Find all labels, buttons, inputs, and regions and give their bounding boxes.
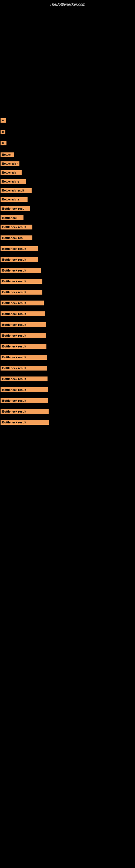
result-item-16: Bottleneck result: [1, 267, 135, 274]
result-label-19: Bottleneck result: [1, 301, 44, 305]
result-item-14: Bottleneck result: [1, 245, 135, 252]
result-item-1: B: [1, 117, 135, 124]
result-item-30: Bottleneck result: [1, 419, 135, 426]
result-label-4: Bottlen: [1, 152, 14, 157]
result-item-21: Bottleneck result: [1, 321, 135, 328]
result-item-13: Bottleneck res: [1, 235, 135, 241]
result-label-9: Bottleneck re: [1, 197, 28, 202]
result-item-17: Bottleneck result: [1, 278, 135, 285]
result-item-20: Bottleneck result: [1, 310, 135, 317]
result-item-25: Bottleneck result: [1, 365, 135, 372]
result-label-24: Bottleneck result: [1, 355, 47, 360]
result-label-17: Bottleneck result: [1, 279, 42, 284]
result-item-7: Bottleneck re: [1, 178, 135, 185]
result-item-12: Bottleneck result: [1, 223, 135, 230]
result-item-15: Bottleneck result: [1, 256, 135, 263]
result-item-27: Bottleneck result: [1, 386, 135, 393]
result-item-5: Bottleneck r: [1, 160, 135, 167]
result-label-2: B: [1, 130, 5, 134]
result-label-10: Bottleneck resu: [1, 206, 30, 211]
result-label-16: Bottleneck result: [1, 268, 41, 273]
result-label-18: Bottleneck result: [1, 290, 42, 294]
results-container: BBBBottlenBottleneck rBottleneckBottlene…: [0, 117, 135, 430]
result-item-19: Bottleneck result: [1, 300, 135, 307]
result-item-18: Bottleneck result: [1, 289, 135, 296]
result-label-8: Bottleneck result: [1, 188, 32, 193]
result-label-25: Bottleneck result: [1, 366, 47, 371]
result-item-9: Bottleneck re: [1, 196, 135, 203]
result-label-15: Bottleneck result: [1, 257, 38, 262]
chart-area: [0, 9, 135, 117]
result-label-13: Bottleneck res: [1, 236, 32, 240]
result-item-22: Bottleneck result: [1, 332, 135, 339]
site-header: TheBottlenecker.com: [0, 0, 135, 9]
result-item-29: Bottleneck result: [1, 408, 135, 415]
result-item-4: Bottlen: [1, 151, 135, 158]
result-label-27: Bottleneck result: [1, 388, 48, 392]
result-label-21: Bottleneck result: [1, 322, 46, 327]
result-item-10: Bottleneck resu: [1, 205, 135, 212]
result-label-30: Bottleneck result: [1, 420, 49, 425]
result-item-2: B: [1, 129, 135, 135]
result-item-26: Bottleneck result: [1, 375, 135, 382]
result-item-23: Bottleneck result: [1, 343, 135, 350]
result-label-26: Bottleneck result: [1, 376, 48, 381]
result-label-20: Bottleneck result: [1, 311, 45, 316]
result-label-7: Bottleneck re: [1, 179, 26, 184]
result-label-23: Bottleneck result: [1, 344, 46, 349]
result-label-3: B: [1, 141, 6, 145]
result-item-6: Bottleneck: [1, 169, 135, 176]
result-item-3: B: [1, 140, 135, 147]
result-item-24: Bottleneck result: [1, 354, 135, 361]
result-item-11: Bottleneck: [1, 214, 135, 221]
site-title: TheBottlenecker.com: [0, 0, 135, 9]
result-item-8: Bottleneck result: [1, 187, 135, 194]
result-label-6: Bottleneck: [1, 170, 21, 175]
result-label-5: Bottleneck r: [1, 161, 19, 166]
result-label-11: Bottleneck: [1, 215, 24, 220]
result-label-12: Bottleneck result: [1, 225, 32, 229]
result-item-28: Bottleneck result: [1, 397, 135, 404]
result-label-28: Bottleneck result: [1, 398, 48, 403]
result-label-14: Bottleneck result: [1, 246, 38, 251]
result-label-22: Bottleneck result: [1, 333, 46, 338]
result-label-1: B: [1, 118, 6, 123]
result-label-29: Bottleneck result: [1, 409, 49, 414]
